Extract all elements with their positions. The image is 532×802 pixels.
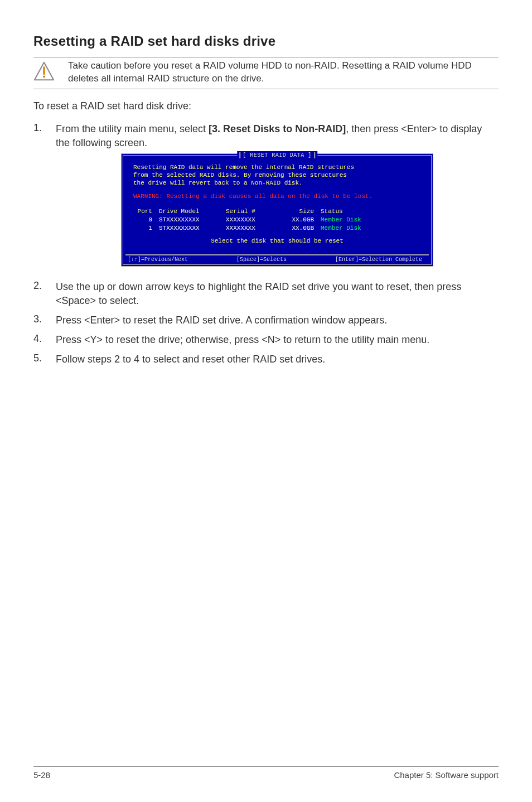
svg-point-2 <box>43 76 45 78</box>
bios-screen: [ RESET RAID DATA ] Resetting RAID data … <box>121 153 433 267</box>
cell-serial: XXXXXXXX <box>223 216 278 224</box>
cell-status: Member Disk <box>317 216 421 224</box>
step-number: 2. <box>33 280 56 308</box>
cell-status: Member Disk <box>317 224 421 233</box>
step-number: 5. <box>33 352 56 366</box>
page-heading: Resetting a RAID set hard disks drive <box>33 33 499 49</box>
step-text-pre: From the utility main menu, select <box>56 123 209 134</box>
bios-title: [ RESET RAID DATA ] <box>239 152 315 158</box>
step-number: 3. <box>33 313 56 327</box>
cell-port: 0 <box>133 216 156 224</box>
step-list: 1. From the utility main menu, select [3… <box>33 122 499 366</box>
cell-size: XX.0GB <box>278 216 317 224</box>
bios-footer-complete: [Enter]=Selection Complete <box>335 256 422 264</box>
step-body: Follow steps 2 to 4 to select and reset … <box>56 352 499 366</box>
step-body: From the utility main menu, select [3. R… <box>56 122 499 274</box>
col-size-header: Size <box>278 207 317 216</box>
step-body: Press <Enter> to reset the RAID set driv… <box>56 313 499 327</box>
bios-footer-select: [Space]=Selects <box>236 256 287 264</box>
step-5: 5. Follow steps 2 to 4 to select and res… <box>33 352 499 366</box>
cell-model: STXXXXXXXXX <box>156 224 223 233</box>
table-row: 1 STXXXXXXXXX XXXXXXXX XX.0GB Member Dis… <box>133 224 421 233</box>
chapter-label: Chapter 5: Software support <box>394 770 499 780</box>
caution-icon <box>33 61 55 82</box>
intro-text: To reset a RAID set hard disk drive: <box>33 100 499 112</box>
caution-box: Take caution before you reset a RAID vol… <box>33 57 499 89</box>
cell-size: XX.0GB <box>278 224 317 233</box>
step-3: 3. Press <Enter> to reset the RAID set d… <box>33 313 499 327</box>
step-1: 1. From the utility main menu, select [3… <box>33 122 499 274</box>
caution-text: Take caution before you reset a RAID vol… <box>68 60 499 85</box>
bios-footer: [↓↑]=Previous/Next [Space]=Selects [Ente… <box>125 254 429 264</box>
bios-screenshot: [ RESET RAID DATA ] Resetting RAID data … <box>56 153 499 267</box>
bios-disk-table: Port Drive Model Serial # Size Status 0 … <box>133 207 421 233</box>
reset-disks-menu-label: [3. Reset Disks to Non-RAID] <box>209 123 346 134</box>
page-footer: 5-28 Chapter 5: Software support <box>33 766 499 780</box>
col-port-header: Port <box>133 207 156 216</box>
col-serial-header: Serial # <box>223 207 278 216</box>
bios-footer-nav: [↓↑]=Previous/Next <box>128 256 188 264</box>
step-body: Press <Y> to reset the drive; otherwise,… <box>56 333 499 347</box>
bios-warning: WARNING: Resetting a disk causes all dat… <box>133 192 421 200</box>
step-2: 2. Use the up or down arrow keys to high… <box>33 280 499 308</box>
table-header-row: Port Drive Model Serial # Size Status <box>133 207 421 216</box>
step-number: 1. <box>33 122 56 274</box>
bios-description: Resetting RAID data will remove the inte… <box>133 163 421 187</box>
page-number: 5-28 <box>33 770 50 780</box>
table-row: 0 STXXXXXXXXX XXXXXXXX XX.0GB Member Dis… <box>133 216 421 224</box>
col-status-header: Status <box>317 207 421 216</box>
bios-titlebar: [ RESET RAID DATA ] <box>237 151 317 160</box>
step-4: 4. Press <Y> to reset the drive; otherwi… <box>33 333 499 347</box>
step-body: Use the up or down arrow keys to highlig… <box>56 280 499 308</box>
bios-select-prompt: Select the disk that should be reset <box>133 237 421 245</box>
col-model-header: Drive Model <box>156 207 223 216</box>
step-number: 4. <box>33 333 56 347</box>
cell-model: STXXXXXXXXX <box>156 216 223 224</box>
cell-serial: XXXXXXXX <box>223 224 278 233</box>
cell-port: 1 <box>133 224 156 233</box>
